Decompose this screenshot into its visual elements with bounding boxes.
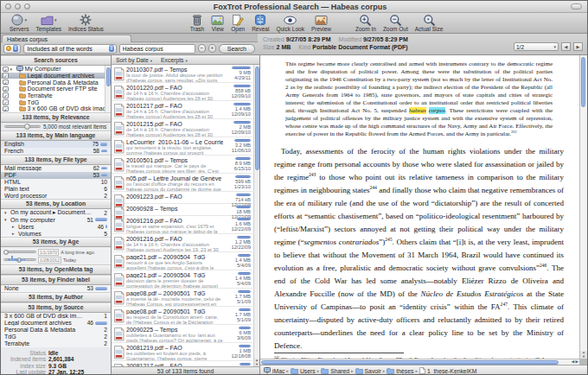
result-row[interactable]: LeCourrier_2010-11-06 – Le Courrierqui r… bbox=[112, 137, 252, 156]
result-row[interactable]: 20081217.pdf – FAO bbox=[112, 361, 252, 366]
facet-row[interactable]: French58 bbox=[1, 148, 111, 155]
result-row[interactable]: page08.pdf – 20090501_TdGau respect de l… bbox=[112, 307, 252, 325]
result-row[interactable]: page21.pdf – 20090504_TdGdécision dans l… bbox=[112, 270, 252, 289]
source-row[interactable]: ✓TdG bbox=[1, 99, 105, 105]
toolbar-button-preview[interactable]: Preview bbox=[311, 14, 331, 32]
facet-row[interactable]: ▾On my computer51 bbox=[1, 216, 111, 223]
template-popup[interactable]: ▲▼ bbox=[3, 44, 21, 54]
source-row[interactable]: ✓Legal document archives bbox=[1, 73, 105, 79]
sort-popup[interactable]: Sort by Date▾ bbox=[116, 57, 152, 63]
result-row[interactable]: 20090225 – Tempsoubliettes à Guantanamo … bbox=[112, 325, 252, 343]
facet-row[interactable]: Plain text6 bbox=[1, 185, 111, 192]
relevance-slider[interactable] bbox=[4, 125, 41, 128]
facet-row[interactable]: 3 x 600 GB of DVD disk im…1 bbox=[1, 313, 111, 320]
facet-row[interactable]: ▸Users46 bbox=[1, 223, 111, 230]
scrollbar[interactable] bbox=[105, 66, 111, 112]
facet-row[interactable]: Mail message62 bbox=[1, 165, 111, 172]
add-criterion-button[interactable]: + bbox=[208, 44, 216, 53]
source-label: Terrabyte bbox=[28, 92, 53, 99]
disclosure-triangle-icon[interactable]: ▸ bbox=[12, 231, 16, 236]
source-row[interactable]: ✓Document server FTP site bbox=[1, 86, 105, 92]
tab-habeas-corpus[interactable]: Habeas corpus bbox=[2, 35, 131, 42]
facet-row[interactable]: ▾On my account ▸ Document…2 bbox=[1, 209, 111, 216]
facet-row[interactable]: English75 bbox=[1, 141, 111, 148]
result-row[interactable]: 20101215.pdf – FAOde 14 h à 16 h. Chambr… bbox=[112, 119, 252, 137]
result-row[interactable]: 20090928 – Temps18 MB12/22/09 bbox=[112, 204, 252, 216]
facet-row[interactable]: Word processor2 bbox=[1, 192, 111, 199]
checkbox-icon[interactable]: ✓ bbox=[3, 73, 9, 79]
checkbox-icon[interactable]: ✓ bbox=[3, 67, 9, 73]
toolbar-button-zoom-out[interactable]: Zoom Out bbox=[383, 14, 408, 32]
facet-row[interactable]: None53 bbox=[1, 285, 111, 292]
path-item[interactable]: Users bbox=[291, 367, 316, 374]
search-button[interactable]: Search bbox=[219, 44, 255, 54]
toolbar-button-quick-look[interactable]: Quick Look bbox=[276, 14, 304, 32]
excerpts-popup[interactable]: Excerpts▾ bbox=[161, 57, 188, 63]
result-row[interactable]: 20081219.pdf – FAOles oubliettes en foul… bbox=[112, 343, 252, 361]
relevance-bar bbox=[235, 157, 251, 160]
minimize-button[interactable] bbox=[15, 3, 21, 10]
checkbox-icon[interactable]: ✓ bbox=[3, 92, 9, 99]
source-label: My Computer bbox=[25, 66, 61, 72]
path-item[interactable]: thèses bbox=[387, 367, 413, 374]
checkbox-icon[interactable]: ✓ bbox=[3, 99, 9, 105]
toolbar-button-servers[interactable]: ▾Servers bbox=[10, 14, 29, 32]
disclosure-triangle-icon[interactable]: ▸ bbox=[12, 224, 16, 229]
disclosure-triangle-icon[interactable]: ▾ bbox=[4, 210, 9, 215]
search-mode-popup[interactable]: Includes all of the words ▲▼ bbox=[23, 44, 117, 54]
previous-page-button[interactable]: ◀ bbox=[561, 42, 571, 51]
checkbox-icon[interactable]: ✓ bbox=[3, 86, 9, 92]
disclosure-triangle-icon[interactable]: ▾ bbox=[10, 67, 15, 72]
disclosure-triangle-icon[interactable]: ▾ bbox=[4, 217, 9, 222]
path-item[interactable]: iMac bbox=[264, 367, 284, 374]
vertical-scrollbar[interactable]: ▲▼ bbox=[579, 55, 587, 359]
facet-row[interactable]: PDF53 bbox=[1, 172, 111, 179]
facet-row[interactable]: TdG2 bbox=[1, 334, 111, 340]
age-slider[interactable] bbox=[3, 251, 36, 253]
result-row[interactable]: 20100501.pdf – Tempsle travail qui manqu… bbox=[112, 156, 252, 174]
source-row[interactable]: ✓▾My Computer bbox=[1, 66, 105, 73]
result-row[interactable]: 20091216.pdf – FAOlongue et saine expans… bbox=[112, 216, 252, 234]
path-item[interactable]: Shared bbox=[321, 367, 349, 374]
facet-row[interactable]: Legal document archives46 bbox=[1, 320, 111, 327]
zoom-button[interactable] bbox=[24, 3, 30, 10]
source-row[interactable]: ✓3 x 600 GB of DVD disk images bbox=[1, 105, 105, 112]
result-row[interactable]: 20091216.pdf – FAOde 14 h à 16 h. Chambr… bbox=[112, 234, 252, 252]
close-button[interactable] bbox=[5, 3, 11, 10]
toolbar-button-indices-status[interactable]: Indices Status bbox=[68, 14, 104, 32]
result-row[interactable]: n05.pdf – Lettre Journal de Genèveou l'a… bbox=[112, 174, 252, 192]
toolbar-button-trash[interactable]: Trash bbox=[190, 14, 204, 32]
source-row[interactable]: ✓Personal Data & Metadata bbox=[1, 79, 105, 86]
toolbar-button-reveal[interactable]: Reveal bbox=[252, 14, 269, 32]
toolbar-button-open[interactable]: Open bbox=[231, 14, 245, 32]
page-selector[interactable]: 1/2 ▾ bbox=[514, 42, 559, 51]
toolbar-button-zoom-in[interactable]: Zoom In bbox=[355, 14, 376, 32]
result-row[interactable]: 20101217.pdf – FAOde 14 h à 16 h. Chambr… bbox=[112, 101, 252, 119]
toolbar-button-templates[interactable]: ▾Templates bbox=[35, 14, 61, 32]
path-item[interactable]: Savoir bbox=[355, 367, 381, 374]
remove-criterion-button[interactable]: − bbox=[198, 44, 206, 53]
facet-row[interactable]: Personal Data & Metadata2 bbox=[1, 327, 111, 334]
age-label: Today bbox=[63, 257, 76, 263]
toolbar-button-view[interactable]: View bbox=[211, 14, 224, 32]
result-row[interactable]: 20110307.pdf – Tempsla cour de justice. … bbox=[112, 65, 252, 83]
horizontal-scrollbar[interactable]: ◀ ▶ bbox=[260, 359, 579, 365]
facet-label: Mail message bbox=[4, 165, 42, 171]
result-row[interactable]: page08.pdf – 20090501_TdGa inventé la dé… bbox=[112, 289, 252, 307]
result-row[interactable]: 20101220.pdf – FAOde 14 h à 16 h. Chambr… bbox=[112, 83, 252, 101]
checkbox-icon[interactable]: ✓ bbox=[3, 79, 9, 86]
next-page-button[interactable]: ▶ bbox=[573, 42, 583, 51]
facet-row[interactable]: HTML10 bbox=[1, 179, 111, 186]
facet-row[interactable]: ▸Volumes5 bbox=[1, 230, 111, 237]
source-row[interactable]: ✓Terrabyte bbox=[1, 92, 105, 99]
facet-row[interactable]: Terrabyte2 bbox=[1, 340, 111, 347]
toolbar-toggle-button[interactable] bbox=[571, 3, 582, 10]
result-row[interactable]: page21.pdf – 20090504_TdGrecourir à ce q… bbox=[112, 252, 252, 270]
checkbox-icon[interactable]: ✓ bbox=[3, 106, 9, 112]
chevron-right-icon: ▸ bbox=[351, 368, 354, 373]
path-item[interactable]: 1_these-KenkelKM bbox=[419, 367, 476, 374]
search-input[interactable] bbox=[119, 44, 195, 54]
result-row[interactable]: 20091223.pdf – FAO714 kB12/22/09 bbox=[112, 192, 252, 204]
toolbar-button-actual-size[interactable]: Actual Size bbox=[415, 14, 444, 32]
scrollbar[interactable]: ▲▼ bbox=[253, 65, 259, 366]
